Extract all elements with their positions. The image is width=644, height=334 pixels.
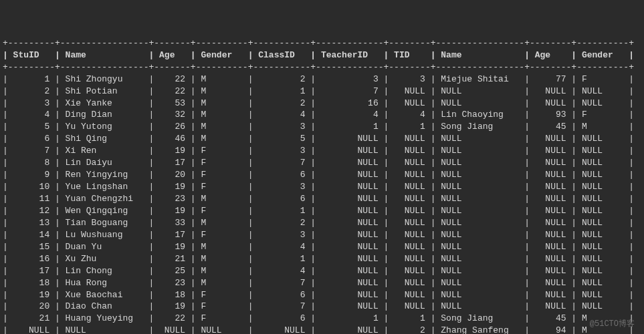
terminal-output: +---------+-----------------+-------+---…: [0, 36, 644, 334]
table-body: | 1 | Shi Zhongyu | 22 | M | 2 | 3 | 3 |…: [3, 74, 634, 334]
rule-mid: +---------+-----------------+-------+---…: [3, 62, 634, 72]
rule-top: +---------+-----------------+-------+---…: [3, 38, 634, 48]
watermark: @51CTO博客: [590, 319, 635, 330]
table-header: | StuID | Name | Age | Gender | ClassID …: [3, 50, 634, 60]
